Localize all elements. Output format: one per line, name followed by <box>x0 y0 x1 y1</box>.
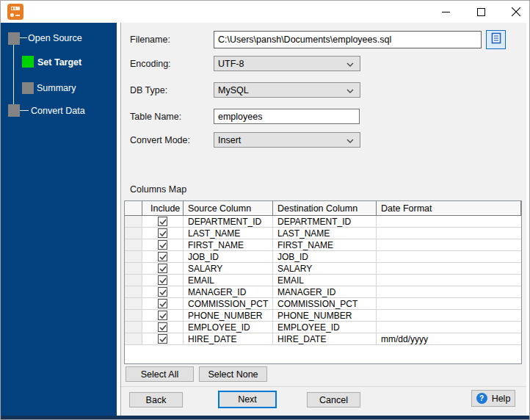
date-format-cell[interactable] <box>377 286 521 298</box>
tablename-input[interactable] <box>214 109 360 124</box>
source-column-cell[interactable]: MANAGER_ID <box>184 286 273 298</box>
destination-column-cell[interactable]: FIRST_NAME <box>273 239 377 251</box>
maximize-button[interactable] <box>469 1 493 23</box>
destination-column-cell[interactable]: JOB_ID <box>273 251 377 263</box>
next-button[interactable]: Next <box>218 391 277 408</box>
source-column-cell[interactable]: HIRE_DATE <box>184 333 273 345</box>
destination-column-cell[interactable]: DEPARTMENT_ID <box>273 216 377 228</box>
row-selector-header <box>125 201 142 216</box>
filename-input[interactable] <box>214 31 482 48</box>
encoding-dropdown[interactable]: UTF-8 <box>214 56 360 71</box>
source-column-cell[interactable]: SALARY <box>184 263 273 275</box>
row-selector[interactable] <box>125 228 142 239</box>
table-row[interactable]: COMMISSION_PCTCOMMISSION_PCT <box>125 298 521 310</box>
include-checkbox[interactable] <box>158 299 167 308</box>
row-selector[interactable] <box>125 239 142 251</box>
tablename-label: Table Name: <box>130 112 181 122</box>
table-row[interactable]: PHONE_NUMBERPHONE_NUMBER <box>125 310 521 322</box>
table-row[interactable]: EMAILEMAIL <box>125 275 521 286</box>
table-row[interactable]: EMPLOYEE_IDEMPLOYEE_ID <box>125 322 521 333</box>
back-button[interactable]: Back <box>129 392 183 408</box>
select-all-button[interactable]: Select All <box>126 366 194 382</box>
help-button[interactable]: ? Help <box>471 390 515 407</box>
table-row[interactable]: SALARYSALARY <box>125 263 521 275</box>
destination-column-cell[interactable]: PHONE_NUMBER <box>273 310 377 322</box>
source-column-cell[interactable]: EMPLOYEE_ID <box>184 322 273 333</box>
destination-column-cell[interactable]: EMPLOYEE_ID <box>273 322 377 333</box>
browse-button[interactable] <box>486 30 506 49</box>
destination-column-cell[interactable]: HIRE_DATE <box>273 333 377 345</box>
sidebar-item-summary[interactable]: Summary <box>37 83 76 94</box>
dbtype-dropdown[interactable]: MySQL <box>214 82 360 98</box>
include-checkbox[interactable] <box>158 287 167 297</box>
row-selector[interactable] <box>125 275 142 286</box>
step-connector-vertical <box>13 43 14 106</box>
table-row[interactable]: JOB_IDJOB_ID <box>125 251 521 263</box>
source-column-header[interactable]: Source Column <box>184 201 273 216</box>
row-selector[interactable] <box>125 310 142 322</box>
include-checkbox[interactable] <box>158 228 167 238</box>
row-selector[interactable] <box>125 322 142 333</box>
table-row[interactable]: LAST_NAMELAST_NAME <box>125 228 521 239</box>
source-column-cell[interactable]: DEPARTMENT_ID <box>184 216 273 228</box>
sidebar-item-convert-data[interactable]: Convert Data <box>31 106 85 117</box>
include-checkbox[interactable] <box>158 240 167 250</box>
minimize-button[interactable] <box>434 1 457 23</box>
include-header[interactable]: Include <box>142 201 184 216</box>
convertmode-dropdown[interactable]: Insert <box>214 132 360 148</box>
destination-column-cell[interactable]: EMAIL <box>273 275 377 286</box>
source-column-cell[interactable]: PHONE_NUMBER <box>184 310 273 322</box>
include-cell <box>142 251 184 263</box>
date-format-cell[interactable] <box>377 310 521 322</box>
convertmode-value: Insert <box>218 135 241 145</box>
source-column-cell[interactable]: LAST_NAME <box>184 228 273 239</box>
include-checkbox[interactable] <box>158 311 167 320</box>
destination-column-cell[interactable]: LAST_NAME <box>273 228 377 239</box>
include-checkbox[interactable] <box>158 334 167 344</box>
table-row[interactable]: MANAGER_IDMANAGER_ID <box>125 286 521 298</box>
source-column-cell[interactable]: FIRST_NAME <box>184 239 273 251</box>
table-row[interactable]: HIRE_DATEHIRE_DATEmm/dd/yyyy <box>125 333 521 345</box>
include-cell <box>142 286 184 298</box>
row-selector[interactable] <box>125 251 142 263</box>
table-row[interactable]: FIRST_NAMEFIRST_NAME <box>125 239 521 251</box>
row-selector[interactable] <box>125 298 142 310</box>
source-column-cell[interactable]: JOB_ID <box>184 251 273 263</box>
sidebar-item-open-source[interactable]: Open Source <box>28 33 82 44</box>
table-row[interactable]: DEPARTMENT_IDDEPARTMENT_ID <box>125 216 521 228</box>
date-format-header[interactable]: Date Format <box>377 201 521 216</box>
select-none-button[interactable]: Select None <box>199 366 267 382</box>
include-checkbox[interactable] <box>158 275 167 285</box>
date-format-cell[interactable] <box>377 228 521 239</box>
source-column-cell[interactable]: COMMISSION_PCT <box>184 298 273 310</box>
date-format-cell[interactable] <box>377 322 521 333</box>
destination-column-header[interactable]: Destination Column <box>273 201 377 216</box>
encoding-value: UTF-8 <box>218 59 244 69</box>
row-selector[interactable] <box>125 263 142 275</box>
destination-column-cell[interactable]: SALARY <box>273 263 377 275</box>
date-format-cell[interactable]: mm/dd/yyyy <box>377 333 521 345</box>
include-checkbox[interactable] <box>158 217 167 226</box>
dbtype-value: MySQL <box>218 85 249 95</box>
include-cell <box>142 298 184 310</box>
row-selector[interactable] <box>125 286 142 298</box>
date-format-cell[interactable] <box>377 251 521 263</box>
row-selector[interactable] <box>125 333 142 345</box>
include-checkbox[interactable] <box>158 264 167 273</box>
close-button[interactable] <box>504 1 528 23</box>
date-format-cell[interactable] <box>377 275 521 286</box>
include-checkbox[interactable] <box>158 252 167 261</box>
maximize-icon <box>477 8 485 16</box>
source-column-cell[interactable]: EMAIL <box>184 275 273 286</box>
date-format-cell[interactable] <box>377 263 521 275</box>
row-selector[interactable] <box>125 216 142 228</box>
include-checkbox[interactable] <box>158 322 167 332</box>
date-format-cell[interactable] <box>377 216 521 228</box>
destination-column-cell[interactable]: MANAGER_ID <box>273 286 377 298</box>
include-cell <box>142 333 184 345</box>
sidebar-item-set-target[interactable]: Set Target <box>37 57 81 68</box>
date-format-cell[interactable] <box>377 298 521 310</box>
date-format-cell[interactable] <box>377 239 521 251</box>
destination-column-cell[interactable]: COMMISSION_PCT <box>273 298 377 310</box>
cancel-button[interactable]: Cancel <box>307 392 360 408</box>
